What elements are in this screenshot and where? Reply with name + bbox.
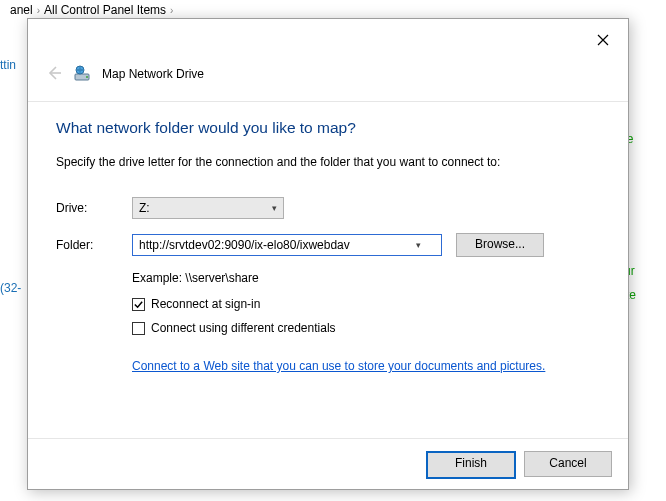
chevron-right-icon: ›	[170, 5, 173, 16]
chevron-right-icon: ›	[37, 5, 40, 16]
folder-combobox[interactable]: http://srvtdev02:9090/ix-elo80/ixwebdav …	[132, 234, 442, 256]
svg-point-1	[86, 76, 88, 78]
check-icon	[133, 299, 144, 310]
chevron-down-icon: ▾	[416, 240, 421, 250]
cancel-button[interactable]: Cancel	[524, 451, 612, 477]
folder-value: http://srvtdev02:9090/ix-elo80/ixwebdav	[139, 238, 350, 252]
background-text: (32-	[0, 281, 21, 295]
diffcred-checkbox[interactable]	[132, 322, 145, 335]
close-button[interactable]	[594, 33, 612, 51]
diffcred-label: Connect using different credentials	[151, 321, 336, 335]
drive-label: Drive:	[56, 201, 132, 215]
drive-select-value: Z:	[139, 201, 150, 215]
example-text: Example: \\server\share	[132, 271, 600, 285]
chevron-down-icon: ▾	[272, 203, 277, 213]
map-network-drive-dialog: Map Network Drive What network folder wo…	[27, 18, 629, 490]
browse-button[interactable]: Browse...	[456, 233, 544, 257]
dialog-title: Map Network Drive	[102, 67, 204, 81]
breadcrumb-frag: All Control Panel Items	[44, 3, 166, 17]
breadcrumb: anel › All Control Panel Items ›	[0, 0, 666, 20]
network-drive-icon	[74, 65, 92, 83]
reconnect-checkbox[interactable]	[132, 298, 145, 311]
folder-label: Folder:	[56, 238, 132, 252]
back-arrow-icon	[46, 65, 62, 81]
divider	[28, 438, 628, 439]
reconnect-label: Reconnect at sign-in	[151, 297, 260, 311]
back-button[interactable]	[46, 65, 64, 83]
close-icon	[597, 34, 609, 46]
dialog-instruction: Specify the drive letter for the connect…	[56, 155, 600, 169]
background-text: ttin	[0, 58, 16, 72]
drive-select[interactable]: Z: ▾	[132, 197, 284, 219]
connect-website-link[interactable]: Connect to a Web site that you can use t…	[132, 359, 545, 373]
dialog-heading: What network folder would you like to ma…	[56, 119, 600, 137]
breadcrumb-frag: anel	[10, 3, 33, 17]
divider	[28, 101, 628, 102]
finish-button[interactable]: Finish	[426, 451, 516, 479]
